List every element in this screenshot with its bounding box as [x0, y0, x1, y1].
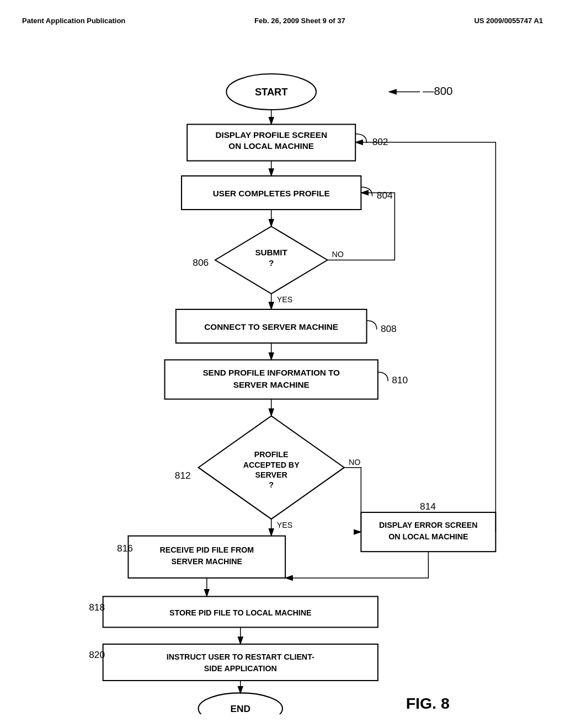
node-812-text-2: ACCEPTED BY	[243, 461, 300, 469]
label-816: 816	[117, 543, 133, 554]
label-804: 804	[377, 190, 393, 201]
end-label: END	[231, 703, 250, 714]
label-810-curve	[378, 372, 388, 381]
node-816-text-2: SERVER MACHINE	[171, 557, 242, 566]
node-806-text-1: SUBMIT	[255, 248, 287, 257]
header-right: US 2009/0055747 A1	[474, 17, 543, 25]
node-810-text-1: SEND PROFILE INFORMATION TO	[202, 368, 340, 377]
node-818-text: STORE PID FILE TO LOCAL MACHINE	[169, 608, 312, 617]
label-804-curve	[361, 187, 372, 196]
label-812: 812	[175, 470, 191, 481]
yes-806: YES	[277, 295, 292, 304]
node-820	[103, 644, 378, 681]
page-header: Patent Application Publication Feb. 26, …	[22, 17, 543, 25]
start-label: START	[255, 86, 288, 98]
label-808: 808	[381, 323, 397, 334]
node-810-text-2: SERVER MACHINE	[233, 380, 310, 389]
header-center: Feb. 26, 2009 Sheet 9 of 37	[254, 17, 345, 25]
label-806: 806	[193, 257, 209, 268]
node-814-text-2: ON LOCAL MACHINE	[388, 532, 468, 541]
node-802-text-2: ON LOCAL MACHINE	[228, 141, 314, 151]
node-806-text-2: ?	[269, 258, 274, 267]
node-812-text-4: ?	[269, 480, 274, 489]
label-808-curve	[367, 320, 377, 329]
node-814-text-1: DISPLAY ERROR SCREEN	[379, 521, 478, 529]
label-802: 802	[372, 136, 388, 147]
no-812: NO	[349, 458, 360, 467]
arrow-812no-814	[344, 468, 361, 532]
label-800: —800	[423, 85, 452, 97]
node-810	[165, 360, 378, 399]
label-810: 810	[392, 374, 408, 386]
header-left: Patent Application Publication	[22, 17, 125, 25]
flowchart-svg: —800 START DISPLAY PROFILE SCREEN ON LOC…	[22, 41, 543, 714]
node-820-text-1: INSTRUCT USER TO RESTART CLIENT-	[167, 652, 315, 661]
node-812-text-3: SERVER	[255, 470, 287, 479]
node-820-text-2: SIDE APPLICATION	[204, 664, 277, 673]
node-802-text-1: DISPLAY PROFILE SCREEN	[215, 130, 327, 140]
node-812-text-1: PROFILE	[254, 450, 289, 459]
label-802-curve	[355, 134, 366, 143]
diagram-area: —800 START DISPLAY PROFILE SCREEN ON LOC…	[22, 41, 543, 716]
no-806: NO	[332, 250, 343, 259]
arrow-814-816	[285, 552, 428, 578]
node-816-text-1: RECEIVE PID FILE FROM	[159, 545, 254, 554]
page: Patent Application Publication Feb. 26, …	[0, 0, 565, 728]
label-814: 814	[420, 501, 436, 512]
fig-label: FIG. 8	[406, 694, 450, 712]
node-808-text: CONNECT TO SERVER MACHINE	[204, 322, 338, 331]
arrow-814-802	[355, 142, 495, 532]
node-804-text: USER COMPLETES PROFILE	[213, 189, 330, 198]
yes-812: YES	[277, 521, 292, 529]
